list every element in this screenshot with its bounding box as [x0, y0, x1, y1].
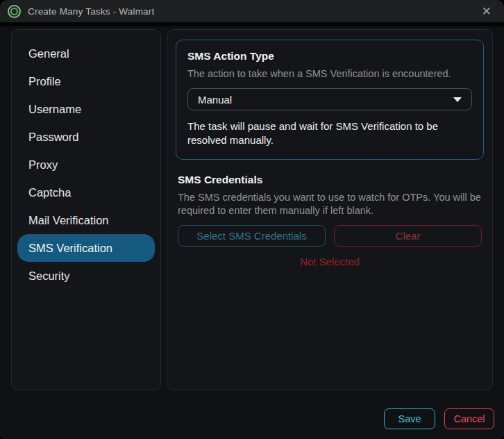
sms-action-type-section: SMS Action Type The action to take when …: [176, 40, 484, 160]
create-many-tasks-window: Create Many Tasks - Walmart ✕ General Pr…: [0, 0, 504, 439]
credentials-button-row: Select SMS Credentials Clear: [178, 225, 482, 247]
sms-action-type-description: The action to take when a SMS Verificati…: [187, 67, 472, 81]
sidebar-item-general[interactable]: General: [17, 40, 155, 67]
clear-credentials-button[interactable]: Clear: [334, 225, 482, 247]
sms-verification-panel: SMS Action Type The action to take when …: [167, 29, 493, 390]
sms-action-type-dropdown[interactable]: Manual: [187, 88, 472, 110]
sms-action-type-title: SMS Action Type: [187, 50, 472, 63]
sidebar-item-username[interactable]: Username: [17, 95, 155, 123]
titlebar: Create Many Tasks - Walmart ✕: [0, 0, 504, 26]
sms-credentials-section: SMS Credentials The SMS credentials you …: [176, 174, 484, 267]
sidebar-item-password[interactable]: Password: [17, 123, 155, 151]
sidebar-item-security[interactable]: Security: [17, 262, 155, 290]
credentials-status-badge: Not Selected: [178, 256, 482, 267]
settings-sidebar: General Profile Username Password Proxy …: [11, 29, 161, 390]
app-logo-icon: [8, 5, 21, 18]
window-title: Create Many Tasks - Walmart: [28, 6, 154, 17]
sidebar-item-proxy[interactable]: Proxy: [17, 151, 155, 179]
save-button[interactable]: Save: [384, 408, 435, 429]
manual-mode-note: The task will pause and wait for SMS Ver…: [187, 119, 472, 148]
close-icon[interactable]: ✕: [479, 4, 494, 19]
dropdown-selected-value: Manual: [198, 94, 232, 106]
sms-credentials-description: The SMS credentials you want to use to w…: [178, 191, 482, 217]
sidebar-item-captcha[interactable]: Captcha: [17, 179, 155, 206]
sidebar-item-mail-verification[interactable]: Mail Verification: [17, 206, 155, 234]
cancel-button[interactable]: Cancel: [444, 408, 494, 429]
sidebar-item-sms-verification[interactable]: SMS Verification: [17, 234, 155, 262]
chevron-down-icon: [453, 97, 462, 102]
sms-credentials-title: SMS Credentials: [178, 174, 482, 186]
sidebar-item-profile[interactable]: Profile: [17, 67, 155, 95]
select-sms-credentials-button[interactable]: Select SMS Credentials: [178, 225, 326, 247]
